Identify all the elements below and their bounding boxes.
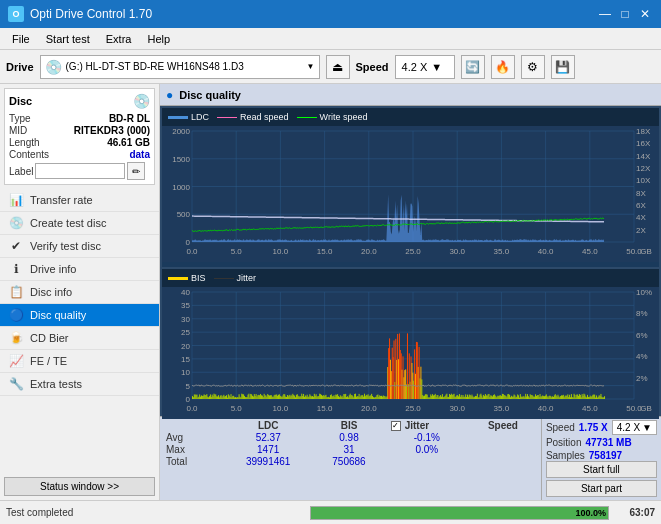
- speed-stat-label: Speed: [546, 422, 575, 433]
- nav-disc-info[interactable]: 📋 Disc info: [0, 281, 159, 304]
- read-speed-legend-label: Read speed: [240, 112, 289, 122]
- max-bis: 31: [315, 444, 382, 455]
- nav-create-test-disc-label: Create test disc: [30, 217, 106, 229]
- refresh-button[interactable]: 🔄: [461, 55, 485, 79]
- nav-disc-quality[interactable]: 🔵 Disc quality: [0, 304, 159, 327]
- minimize-button[interactable]: —: [597, 6, 613, 22]
- maximize-button[interactable]: □: [617, 6, 633, 22]
- close-button[interactable]: ✕: [637, 6, 653, 22]
- nav-drive-info[interactable]: ℹ Drive info: [0, 258, 159, 281]
- bis-header: BIS: [315, 420, 382, 431]
- nav-cd-bier-label: CD Bier: [30, 332, 69, 344]
- progress-bar: 100.0%: [310, 506, 610, 520]
- menu-start-test[interactable]: Start test: [38, 31, 98, 47]
- samples-row: Samples 758197: [546, 450, 657, 461]
- total-ldc: 39991461: [229, 456, 307, 467]
- jitter-header: Jitter: [405, 420, 429, 431]
- app-icon: O: [8, 6, 24, 22]
- total-jitter: [391, 456, 463, 467]
- nav-cd-bier[interactable]: 🍺 CD Bier: [0, 327, 159, 350]
- top-chart-canvas: [162, 126, 659, 262]
- speed-stat-value: 1.75 X: [579, 422, 608, 433]
- ldc-header: LDC: [229, 420, 307, 431]
- length-label: Length: [9, 137, 40, 148]
- jitter-legend-item: Jitter: [214, 273, 257, 283]
- ldc-legend-item: LDC: [168, 112, 209, 122]
- settings-button[interactable]: ⚙: [521, 55, 545, 79]
- save-button[interactable]: 💾: [551, 55, 575, 79]
- label-key: Label: [9, 166, 33, 177]
- max-ldc: 1471: [229, 444, 307, 455]
- nav-create-test-disc[interactable]: 💿 Create test disc: [0, 212, 159, 235]
- create-test-disc-icon: 💿: [8, 216, 24, 230]
- top-chart: LDC Read speed Write speed: [162, 108, 659, 267]
- type-value: BD-R DL: [109, 113, 150, 124]
- speed-dropdown-arrow: ▼: [431, 61, 442, 73]
- menu-help[interactable]: Help: [139, 31, 178, 47]
- drive-value: (G:) HL-DT-ST BD-RE WH16NS48 1.D3: [66, 61, 303, 72]
- menu-extra[interactable]: Extra: [98, 31, 140, 47]
- disc-panel-title: Disc: [9, 95, 32, 107]
- mid-label: MID: [9, 125, 27, 136]
- nav-disc-quality-label: Disc quality: [30, 309, 86, 321]
- status-window-button[interactable]: Status window >>: [4, 477, 155, 496]
- burn-button[interactable]: 🔥: [491, 55, 515, 79]
- drive-selector[interactable]: 💿 (G:) HL-DT-ST BD-RE WH16NS48 1.D3 ▼: [40, 55, 320, 79]
- charts-container: LDC Read speed Write speed: [160, 106, 661, 416]
- bottom-chart: BIS Jitter: [162, 269, 659, 414]
- disc-quality-header: ● Disc quality: [160, 84, 661, 106]
- start-full-button[interactable]: Start full: [546, 461, 657, 478]
- progress-bar-fill: 100.0%: [311, 507, 609, 519]
- write-speed-legend-item: Write speed: [297, 112, 368, 122]
- eject-button[interactable]: ⏏: [326, 55, 350, 79]
- nav-extra-tests[interactable]: 🔧 Extra tests: [0, 373, 159, 396]
- max-jitter: 0.0%: [391, 444, 463, 455]
- ldc-legend-label: LDC: [191, 112, 209, 122]
- top-chart-legend: LDC Read speed Write speed: [162, 108, 659, 126]
- nav-transfer-rate[interactable]: 📊 Transfer rate: [0, 189, 159, 212]
- jitter-checkbox[interactable]: ✓: [391, 421, 401, 431]
- stats-table: LDC BIS ✓ Jitter Speed Avg 52.37 0.98 -0…: [160, 416, 661, 500]
- mid-value: RITEKDR3 (000): [74, 125, 150, 136]
- menu-bar: File Start test Extra Help: [0, 28, 661, 50]
- nav-fe-te[interactable]: 📈 FE / TE: [0, 350, 159, 373]
- menu-file[interactable]: File: [4, 31, 38, 47]
- disc-panel: Disc 💿 Type BD-R DL MID RITEKDR3 (000) L…: [4, 88, 155, 185]
- avg-label: Avg: [166, 432, 221, 443]
- total-speed: [471, 456, 535, 467]
- speed-stat-select[interactable]: 4.2 X ▼: [612, 420, 657, 435]
- nav-verify-test-disc[interactable]: ✔ Verify test disc: [0, 235, 159, 258]
- label-input[interactable]: [35, 163, 125, 179]
- speed-stat-select-val: 4.2 X: [617, 422, 640, 433]
- stats-left: LDC BIS ✓ Jitter Speed Avg 52.37 0.98 -0…: [160, 417, 541, 500]
- extra-tests-icon: 🔧: [8, 377, 24, 391]
- nav-transfer-rate-label: Transfer rate: [30, 194, 93, 206]
- bis-legend-label: BIS: [191, 273, 206, 283]
- disc-quality-icon: 🔵: [8, 308, 24, 322]
- nav-verify-test-disc-label: Verify test disc: [30, 240, 101, 252]
- disc-quality-header-icon: ●: [166, 88, 173, 102]
- cd-bier-icon: 🍺: [8, 331, 24, 345]
- title-bar: O Opti Drive Control 1.70 — □ ✕: [0, 0, 661, 28]
- disc-info-icon: 📋: [8, 285, 24, 299]
- avg-speed: [471, 432, 535, 443]
- contents-value: data: [129, 149, 150, 160]
- avg-jitter: -0.1%: [391, 432, 463, 443]
- drive-label: Drive: [6, 61, 34, 73]
- length-value: 46.61 GB: [107, 137, 150, 148]
- avg-ldc: 52.37: [229, 432, 307, 443]
- transfer-rate-icon: 📊: [8, 193, 24, 207]
- nav-extra-tests-label: Extra tests: [30, 378, 82, 390]
- speed-value: 4.2 X: [402, 61, 428, 73]
- jitter-legend-label: Jitter: [237, 273, 257, 283]
- max-label: Max: [166, 444, 221, 455]
- speed-selector[interactable]: 4.2 X ▼: [395, 55, 455, 79]
- max-speed: [471, 444, 535, 455]
- nav-drive-info-label: Drive info: [30, 263, 76, 275]
- bottom-chart-legend: BIS Jitter: [162, 269, 659, 287]
- nav-items: 📊 Transfer rate 💿 Create test disc ✔ Ver…: [0, 189, 159, 396]
- start-part-button[interactable]: Start part: [546, 480, 657, 497]
- label-edit-button[interactable]: ✏: [127, 162, 145, 180]
- stats-empty: [166, 420, 221, 431]
- total-label: Total: [166, 456, 221, 467]
